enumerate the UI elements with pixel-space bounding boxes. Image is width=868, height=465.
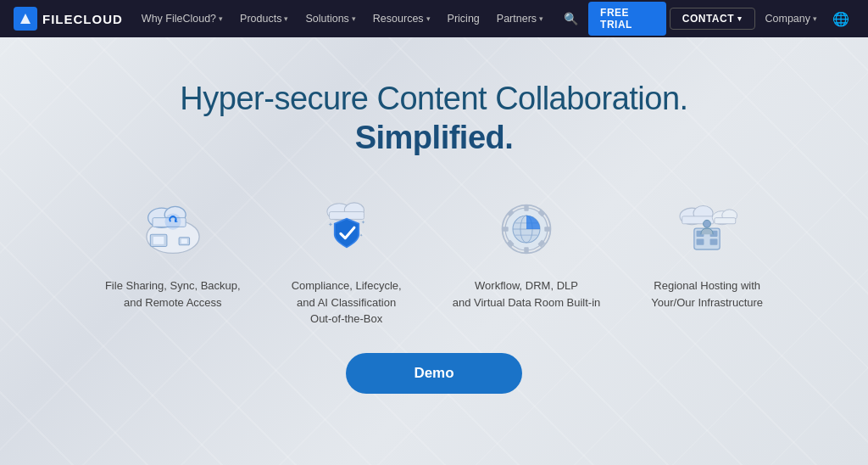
logo[interactable]: FILECLOUD bbox=[14, 7, 123, 31]
logo-text: FILECLOUD bbox=[42, 12, 123, 26]
feature-compliance-label: Compliance, Lifecycle, and AI Classifica… bbox=[292, 277, 402, 328]
features-row: File Sharing, Sync, Backup, and Remote A… bbox=[17, 191, 851, 328]
free-trial-button[interactable]: FREE TRIAL bbox=[588, 2, 666, 36]
globe-icon[interactable]: 🌐 bbox=[827, 11, 854, 27]
regional-icon bbox=[669, 191, 745, 267]
feature-compliance: ✦ ✦ ✦ Compliance, Lifecycle, and AI Clas… bbox=[292, 191, 402, 328]
chevron-down-icon: ▾ bbox=[219, 14, 223, 23]
svg-point-43 bbox=[704, 221, 711, 228]
feature-regional: Regional Hosting with Your/Our Infrastru… bbox=[651, 191, 763, 328]
chevron-down-icon: ▾ bbox=[352, 14, 356, 23]
feature-regional-label: Regional Hosting with Your/Our Infrastru… bbox=[651, 277, 763, 311]
svg-rect-41 bbox=[697, 239, 704, 245]
search-icon[interactable]: 🔍 bbox=[557, 12, 585, 25]
svg-rect-21 bbox=[503, 227, 509, 232]
svg-text:✦: ✦ bbox=[361, 219, 365, 225]
feature-file-sharing-label: File Sharing, Sync, Backup, and Remote A… bbox=[105, 277, 241, 311]
chevron-down-icon: ▾ bbox=[426, 14, 431, 23]
compliance-icon: ✦ ✦ ✦ bbox=[309, 191, 385, 267]
file-sharing-icon bbox=[135, 191, 211, 267]
navbar: FILECLOUD Why FileCloud? ▾ Products ▾ So… bbox=[0, 0, 868, 37]
hero-section: Hyper-secure Content Collaboration. Simp… bbox=[0, 37, 868, 465]
chevron-down-icon: ▾ bbox=[284, 14, 288, 23]
svg-rect-19 bbox=[524, 205, 528, 211]
svg-rect-42 bbox=[710, 239, 718, 245]
svg-text:✦: ✦ bbox=[359, 232, 363, 238]
svg-rect-37 bbox=[715, 218, 736, 224]
svg-rect-9 bbox=[153, 237, 164, 244]
demo-button[interactable]: Demo bbox=[346, 353, 521, 394]
chevron-down-icon: ▾ bbox=[539, 14, 543, 23]
hero-title: Hyper-secure Content Collaboration. Simp… bbox=[17, 80, 851, 157]
nav-item-whyfilecloud[interactable]: Why FileCloud? ▾ bbox=[135, 0, 230, 37]
svg-rect-22 bbox=[544, 227, 550, 232]
chevron-down-icon: ▾ bbox=[737, 14, 743, 23]
nav-item-company[interactable]: Company ▾ bbox=[759, 13, 825, 25]
nav-item-pricing[interactable]: Pricing bbox=[441, 0, 487, 37]
nav-item-solutions[interactable]: Solutions ▾ bbox=[298, 0, 362, 37]
feature-workflow-label: Workflow, DRM, DLP and Virtual Data Room… bbox=[453, 277, 601, 311]
workflow-icon bbox=[488, 191, 565, 267]
svg-rect-10 bbox=[181, 239, 187, 244]
nav-item-products[interactable]: Products ▾ bbox=[233, 0, 295, 37]
feature-file-sharing: File Sharing, Sync, Backup, and Remote A… bbox=[105, 191, 241, 328]
contact-button[interactable]: CONTACT ▾ bbox=[670, 8, 755, 30]
feature-workflow: Workflow, DRM, DLP and Virtual Data Room… bbox=[453, 191, 601, 328]
chevron-down-icon: ▾ bbox=[813, 14, 817, 23]
nav-item-partners[interactable]: Partners ▾ bbox=[490, 0, 550, 37]
nav-item-resources[interactable]: Resources ▾ bbox=[366, 0, 437, 37]
svg-rect-20 bbox=[524, 248, 528, 254]
svg-text:✦: ✦ bbox=[327, 222, 332, 229]
